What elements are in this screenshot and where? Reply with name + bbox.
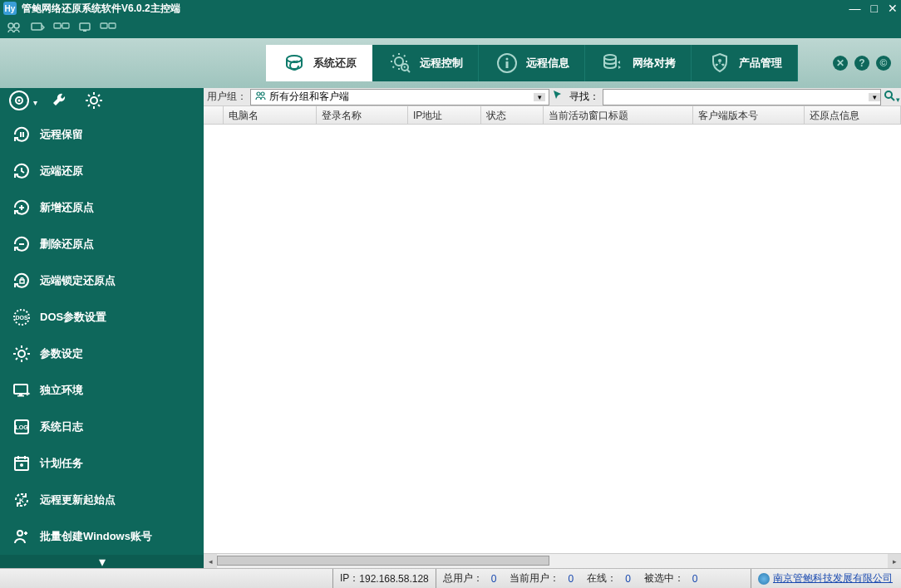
search-box[interactable]: ▾	[603, 89, 881, 105]
menu-label: 批量创建Windows账号	[40, 529, 152, 544]
quick-icon-4[interactable]	[78, 22, 91, 33]
scroll-right-icon[interactable]: ▸	[888, 554, 901, 568]
svg-point-35	[20, 463, 23, 467]
search-label: 寻找：	[566, 90, 603, 104]
disc-tool-icon[interactable]	[8, 90, 30, 115]
svg-rect-31	[17, 395, 24, 397]
menu-param-settings[interactable]: 参数设定	[0, 336, 204, 372]
sidebar-scroll-down[interactable]: ▾	[0, 555, 204, 568]
user-plus-icon	[12, 527, 32, 546]
tab-remote-control[interactable]: 远程控制	[372, 45, 479, 81]
menu-scheduled-tasks[interactable]: 计划任务	[0, 445, 204, 482]
svg-rect-14	[505, 61, 508, 68]
menu-label: 删除还原点	[40, 237, 94, 252]
horizontal-scrollbar[interactable]: ◂ ▸	[204, 553, 901, 568]
scroll-left-icon[interactable]: ◂	[204, 554, 217, 568]
cursor-icon[interactable]	[549, 89, 566, 105]
svg-rect-2	[32, 23, 42, 30]
users-icon	[254, 91, 266, 103]
svg-point-0	[8, 23, 13, 28]
svg-rect-4	[62, 23, 69, 28]
svg-point-37	[17, 531, 22, 536]
tab-remote-info[interactable]: 远程信息	[479, 45, 585, 81]
menu-batch-windows[interactable]: 批量创建Windows账号	[0, 518, 204, 555]
table-body[interactable]	[204, 125, 901, 553]
status-selected: 被选中：0	[638, 569, 705, 588]
menu-add-point[interactable]: 新增还原点	[0, 189, 204, 226]
restore-circle-icon	[12, 161, 32, 181]
svg-point-16	[718, 59, 721, 62]
svg-point-13	[505, 58, 508, 61]
search-button[interactable]: ▾	[881, 89, 901, 105]
menu-lock-point[interactable]: 远端锁定还原点	[0, 262, 204, 299]
chevron-down-icon[interactable]: ▾	[869, 93, 880, 101]
status-company[interactable]: 南京管鲍科技发展有限公司	[751, 569, 901, 588]
th-version[interactable]: 客户端版本号	[693, 106, 805, 124]
chevron-down-icon[interactable]: ▾	[33, 98, 37, 107]
menu-label: 新增还原点	[40, 200, 94, 215]
quick-icon-3[interactable]	[53, 22, 70, 33]
quick-icon-2[interactable]	[30, 22, 45, 33]
quick-icon-5[interactable]	[100, 22, 116, 33]
main-content: 用户组： 所有分组和客户端 ▾ 寻找： ▾ ▾ 电脑名 登录名称 IP地址 状态…	[204, 88, 901, 568]
th-login[interactable]: 登录名称	[317, 106, 408, 124]
menu-label: 参数设定	[40, 346, 83, 361]
tab-product-mgmt[interactable]: 产品管理	[692, 45, 798, 81]
status-online: 在线：0	[580, 569, 638, 588]
table-header: 电脑名 登录名称 IP地址 状态 当前活动窗口标题 客户端版本号 还原点信息	[204, 106, 901, 125]
th-window[interactable]: 当前活动窗口标题	[544, 106, 693, 124]
header-close-icon[interactable]: ✕	[833, 56, 848, 71]
tab-network-copy[interactable]: 网络对拷	[585, 45, 692, 81]
svg-point-1	[14, 23, 19, 28]
gear-tool-icon[interactable]	[84, 91, 104, 114]
menu-label: 远端还原	[40, 164, 83, 179]
chevron-down-icon[interactable]: ▾	[534, 93, 545, 101]
plus-circle-icon	[12, 198, 32, 218]
svg-point-22	[91, 97, 97, 104]
th-ip[interactable]: IP地址	[408, 106, 481, 124]
menu-remote-keep[interactable]: 远程保留	[0, 116, 204, 153]
svg-point-15	[604, 55, 616, 60]
th-computer[interactable]: 电脑名	[224, 106, 317, 124]
svg-rect-7	[101, 23, 107, 28]
monitor-icon	[12, 380, 32, 400]
header: 系统还原 远程控制 远程信息 网络对拷 产品管理 ✕ ? ©	[0, 38, 901, 88]
close-button[interactable]: ✕	[888, 2, 898, 14]
header-copyright-icon[interactable]: ©	[876, 56, 891, 71]
menu-delete-point[interactable]: 删除还原点	[0, 226, 204, 262]
th-status[interactable]: 状态	[481, 106, 544, 124]
menu-independent-env[interactable]: 独立环境	[0, 372, 204, 409]
calendar-icon	[12, 453, 32, 473]
svg-rect-3	[54, 23, 61, 28]
th-checkbox[interactable]	[204, 106, 224, 124]
sidebar-toolbar: ▾	[0, 88, 204, 116]
menu-label: DOS参数设置	[40, 310, 106, 325]
menu-remote-restore[interactable]: 远端还原	[0, 153, 204, 189]
menu-label: 远程保留	[40, 127, 83, 142]
menu-dos-params[interactable]: DOSDOS参数设置	[0, 299, 204, 336]
quick-icon-1[interactable]	[7, 22, 22, 33]
search-input[interactable]	[603, 91, 869, 103]
svg-text:K: K	[19, 497, 24, 504]
menu-label: 系统日志	[40, 419, 83, 434]
tab-label: 网络对拷	[633, 56, 676, 71]
header-help-icon[interactable]: ?	[854, 56, 869, 71]
menu-remote-update[interactable]: K远程更新起始点	[0, 482, 204, 518]
group-combo[interactable]: 所有分组和客户端 ▾	[250, 89, 549, 105]
menu-system-log[interactable]: LOG系统日志	[0, 409, 204, 445]
svg-rect-29	[14, 385, 27, 394]
scroll-thumb[interactable]	[217, 556, 549, 566]
svg-rect-25	[20, 280, 24, 283]
menu-label: 远端锁定还原点	[40, 273, 116, 288]
minus-circle-icon	[12, 234, 32, 254]
wrench-tool-icon[interactable]	[51, 91, 71, 114]
menu-label: 计划任务	[40, 456, 83, 471]
shield-cluster-icon	[707, 51, 732, 76]
minimize-button[interactable]: —	[849, 2, 861, 14]
th-restore[interactable]: 还原点信息	[805, 106, 901, 124]
maximize-button[interactable]: □	[871, 2, 878, 14]
log-icon: LOG	[12, 417, 32, 437]
refresh-k-icon: K	[12, 490, 32, 510]
tab-system-restore[interactable]: 系统还原	[266, 45, 372, 81]
group-value: 所有分组和客户端	[269, 90, 534, 104]
